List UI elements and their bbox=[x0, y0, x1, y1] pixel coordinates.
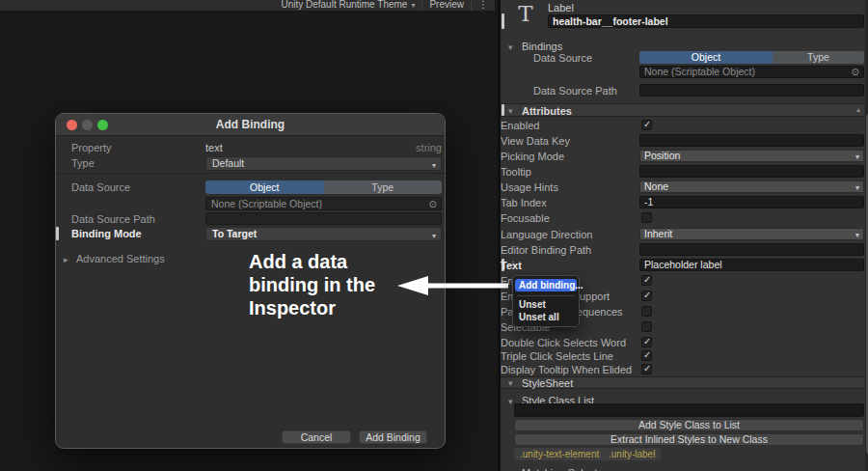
advanced-settings-foldout[interactable]: ▸ Advanced Settings bbox=[64, 249, 165, 266]
property-label: Property bbox=[71, 142, 112, 153]
tab-object[interactable]: Object bbox=[205, 180, 324, 194]
tooltip-field[interactable] bbox=[639, 165, 864, 178]
data-source-path-field[interactable] bbox=[205, 212, 442, 225]
attribute-label: Picking Mode bbox=[501, 151, 564, 162]
language-direction-dropdown[interactable]: Inherit ▾ bbox=[639, 228, 864, 240]
screen: Unity Default Runtime Theme▾ Preview ⋮ A… bbox=[0, 0, 868, 471]
section-menu-icon[interactable]: ▴ bbox=[856, 105, 860, 114]
style-class-input[interactable] bbox=[514, 403, 864, 417]
foldout-expanded-icon: ▾ bbox=[508, 397, 513, 406]
modified-indicator bbox=[502, 104, 504, 116]
chevron-down-icon: ▾ bbox=[855, 152, 859, 162]
more-options-icon[interactable]: ⋮ bbox=[472, 0, 495, 11]
property-type: string bbox=[205, 142, 442, 153]
checkmark-icon: ✓ bbox=[643, 349, 651, 361]
chevron-down-icon: ▾ bbox=[411, 1, 415, 10]
attribute-label: Tab Index bbox=[501, 197, 547, 208]
editor-binding-path-field[interactable] bbox=[639, 243, 864, 256]
data-source-path-label: Data Source Path bbox=[533, 85, 617, 97]
modified-indicator bbox=[502, 14, 504, 29]
foldout-collapsed-icon: ▸ bbox=[64, 255, 68, 264]
emoji-fallback-support-checkbox[interactable]: ✓ bbox=[641, 291, 652, 301]
double-click-selects-word-checkbox[interactable]: ✓ bbox=[641, 337, 652, 347]
data-source-tabs: Object Type bbox=[639, 51, 864, 64]
tab-type[interactable]: Type bbox=[324, 180, 443, 194]
menu-item-unset-all[interactable]: Unset all bbox=[515, 311, 577, 323]
attribute-label: Enabled bbox=[501, 120, 539, 131]
data-source-label: Data Source bbox=[533, 52, 592, 64]
cancel-button[interactable]: Cancel bbox=[282, 430, 351, 444]
add-style-class-button[interactable]: Add Style Class to List bbox=[514, 419, 864, 431]
style-class-pill[interactable]: .unity-text-element bbox=[514, 448, 605, 460]
foldout-expanded-icon: ▾ bbox=[508, 378, 513, 388]
annotation-text: Add a data binding in the Inspector bbox=[249, 250, 375, 319]
modified-indicator bbox=[56, 227, 59, 240]
element-type-label: Label bbox=[548, 2, 574, 14]
data-source-label: Data Source bbox=[71, 181, 130, 193]
triple-click-selects-line-checkbox[interactable]: ✓ bbox=[641, 350, 652, 361]
object-picker-icon[interactable]: ⊙ bbox=[429, 198, 437, 210]
foldout-expanded-icon: ▾ bbox=[508, 106, 513, 116]
tab-object[interactable]: Object bbox=[639, 51, 773, 64]
attribute-label: Triple Click Selects Line bbox=[501, 350, 613, 362]
element-name-field[interactable]: health-bar__footer-label bbox=[548, 14, 864, 28]
object-picker-field[interactable]: None (Scriptable Object) ⊙ bbox=[205, 197, 442, 210]
checkmark-icon: ✓ bbox=[643, 119, 651, 130]
chevron-down-icon: ▾ bbox=[855, 182, 859, 193]
chevron-down-icon: ▾ bbox=[432, 159, 436, 172]
attribute-label: Usage Hints bbox=[501, 181, 558, 193]
attribute-label: Language Direction bbox=[501, 229, 592, 240]
theme-selector-dropdown[interactable]: Unity Default Runtime Theme▾ bbox=[274, 0, 421, 11]
label-type-icon: T bbox=[514, 1, 537, 26]
menu-item-unset[interactable]: Unset bbox=[515, 298, 577, 311]
usage-hints-dropdown[interactable]: None ▾ bbox=[639, 180, 864, 193]
annotation-arrow-icon bbox=[395, 273, 513, 298]
picking-mode-dropdown[interactable]: Position ▾ bbox=[639, 150, 864, 162]
checkmark-icon: ✓ bbox=[643, 336, 651, 347]
tab-type[interactable]: Type bbox=[773, 51, 864, 64]
inspector-panel: T Label health-bar__footer-label ▾ Bindi… bbox=[498, 0, 868, 471]
data-source-tabs: Object Type bbox=[205, 180, 442, 194]
preview-button[interactable]: Preview bbox=[422, 0, 471, 11]
attributes-section-header[interactable]: ▾ Attributes ▴ bbox=[501, 103, 864, 117]
tab-index-field[interactable]: -1 bbox=[639, 196, 864, 208]
selectable-checkbox[interactable] bbox=[641, 321, 652, 332]
parse-escape-sequences-checkbox[interactable] bbox=[641, 306, 652, 317]
text-field[interactable]: Placeholder label bbox=[639, 259, 864, 271]
matching-selectors-foldout[interactable]: ▾ Matching Selectors bbox=[508, 463, 612, 471]
binding-context-menu: Add binding... Unset Unset all bbox=[512, 275, 580, 327]
attribute-label: Tooltip bbox=[501, 166, 531, 178]
view-data-key-field[interactable] bbox=[639, 134, 864, 147]
object-picker-field[interactable]: None (Scriptable Object) ⊙ bbox=[639, 66, 864, 78]
chevron-down-icon: ▾ bbox=[432, 230, 436, 242]
attribute-label: Focusable bbox=[501, 212, 550, 224]
stylesheet-section-header[interactable]: ▾ StyleSheet bbox=[501, 376, 864, 389]
data-source-path-label: Data Source Path bbox=[71, 213, 155, 225]
data-source-path-field[interactable] bbox=[639, 84, 864, 97]
attribute-label: Display Tooltip When Elided bbox=[501, 364, 632, 375]
extract-inlined-styles-button[interactable]: Extract Inlined Styles to New Class bbox=[514, 433, 864, 446]
dialog-titlebar[interactable]: Add Binding bbox=[56, 114, 445, 136]
focusable-checkbox[interactable] bbox=[641, 212, 652, 223]
dialog-divider bbox=[56, 173, 447, 174]
checkmark-icon: ✓ bbox=[643, 290, 651, 301]
chevron-down-icon: ▾ bbox=[855, 230, 859, 240]
style-class-pill[interactable]: .unity-label bbox=[603, 448, 661, 460]
display-tooltip-when-elided-checkbox[interactable]: ✓ bbox=[641, 364, 652, 374]
checkmark-icon: ✓ bbox=[643, 363, 651, 374]
top-toolbar: Unity Default Runtime Theme▾ Preview ⋮ bbox=[0, 0, 495, 11]
binding-mode-dropdown[interactable]: To Target ▾ bbox=[205, 227, 442, 241]
object-picker-icon[interactable]: ⊙ bbox=[852, 67, 859, 77]
add-binding-button[interactable]: Add Binding bbox=[359, 430, 427, 444]
attribute-label: Double Click Selects Word bbox=[501, 337, 626, 348]
checkmark-icon: ✓ bbox=[643, 274, 651, 286]
foldout-expanded-icon: ▾ bbox=[508, 42, 513, 52]
menu-item-add-binding[interactable]: Add binding... bbox=[515, 279, 577, 291]
dialog-title: Add Binding bbox=[56, 118, 445, 131]
type-dropdown[interactable]: Default ▾ bbox=[205, 156, 442, 171]
attribute-label: Text bbox=[501, 260, 522, 271]
attribute-label: Editor Binding Path bbox=[501, 244, 591, 256]
theme-selector-label: Unity Default Runtime Theme bbox=[281, 0, 407, 10]
enabled-checkbox[interactable]: ✓ bbox=[641, 120, 652, 130]
enable-rich-text-checkbox[interactable]: ✓ bbox=[641, 275, 652, 286]
